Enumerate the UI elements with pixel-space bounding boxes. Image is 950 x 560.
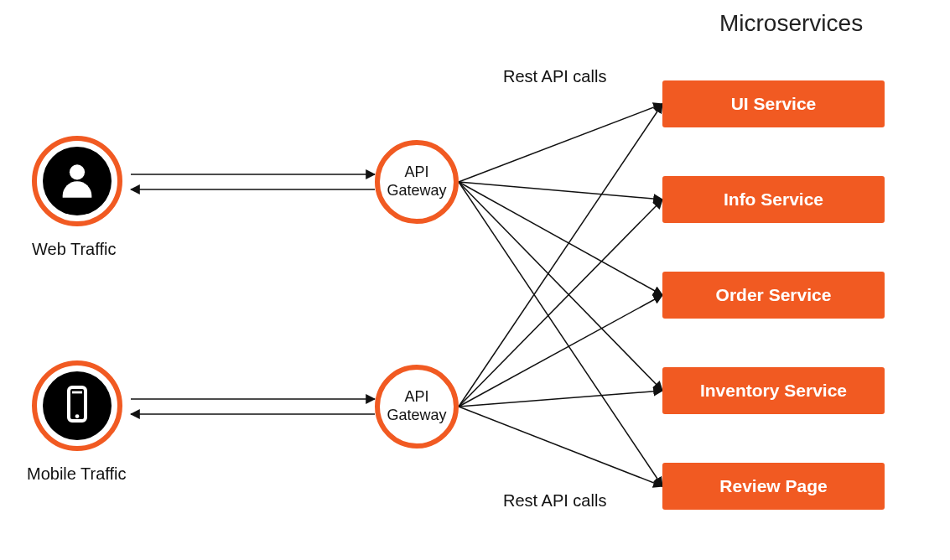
svg-line-11 (459, 295, 662, 407)
mobile-icon (57, 384, 97, 428)
client-mobile-node (32, 360, 122, 451)
edge-label-top: Rest API calls (503, 67, 606, 86)
service-label: Order Service (716, 285, 832, 305)
service-box-ui: UI Service (662, 80, 885, 127)
svg-line-7 (459, 182, 662, 391)
svg-line-10 (459, 200, 662, 407)
gateway-bottom-node: API Gateway (375, 365, 459, 449)
service-label: Review Page (719, 476, 827, 496)
client-mobile-label: Mobile Traffic (27, 464, 127, 484)
svg-line-4 (459, 104, 662, 182)
diagram-stage: Microservices Web Traffic Mobile Traffic… (0, 0, 950, 560)
service-box-info: Info Service (662, 176, 885, 223)
edge-label-bottom: Rest API calls (503, 491, 606, 511)
svg-line-5 (459, 182, 662, 200)
service-label: Info Service (724, 189, 823, 210)
service-box-order: Order Service (662, 272, 885, 319)
service-label: Inventory Service (700, 381, 847, 401)
client-mobile-inner (43, 371, 112, 440)
svg-point-14 (70, 164, 85, 179)
svg-point-18 (75, 414, 80, 418)
user-icon (55, 158, 99, 205)
diagram-title: Microservices (719, 10, 863, 37)
svg-line-9 (459, 104, 662, 407)
client-web-inner (43, 147, 112, 215)
client-web-node (32, 136, 122, 226)
gateway-top-node: API Gateway (375, 140, 459, 224)
client-web-label: Web Traffic (32, 240, 116, 259)
service-box-inventory: Inventory Service (662, 367, 885, 414)
svg-line-6 (459, 182, 662, 295)
svg-line-12 (459, 391, 662, 407)
service-box-review: Review Page (662, 463, 885, 510)
svg-line-8 (459, 182, 662, 486)
svg-line-13 (459, 407, 662, 486)
service-label: UI Service (731, 94, 817, 114)
